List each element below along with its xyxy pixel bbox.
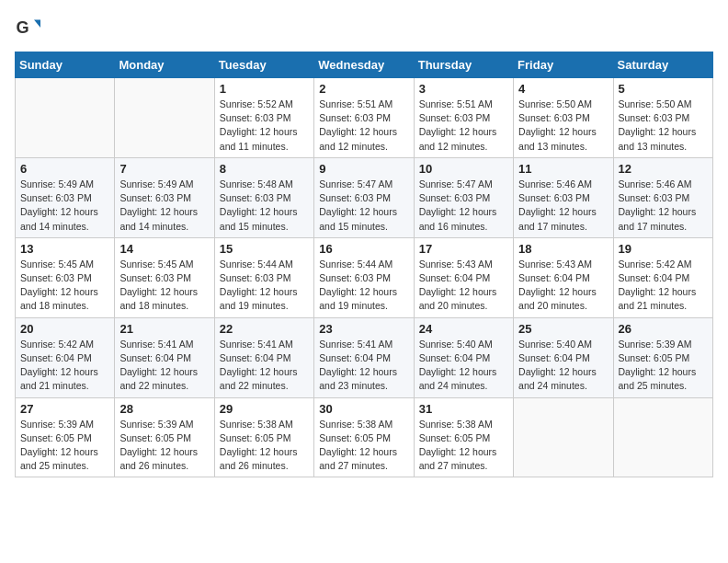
calendar-cell: 1Sunrise: 5:52 AM Sunset: 6:03 PM Daylig… <box>214 78 313 158</box>
logo: G <box>15 15 44 40</box>
day-detail: Sunrise: 5:51 AM Sunset: 6:03 PM Dayligh… <box>419 98 508 154</box>
day-detail: Sunrise: 5:38 AM Sunset: 6:05 PM Dayligh… <box>319 418 408 474</box>
calendar-cell: 9Sunrise: 5:47 AM Sunset: 6:03 PM Daylig… <box>314 157 414 237</box>
day-detail: Sunrise: 5:46 AM Sunset: 6:03 PM Dayligh… <box>619 178 708 234</box>
day-detail: Sunrise: 5:42 AM Sunset: 6:04 PM Dayligh… <box>619 258 708 314</box>
day-number: 17 <box>419 242 508 256</box>
calendar-cell: 5Sunrise: 5:50 AM Sunset: 6:03 PM Daylig… <box>613 78 712 158</box>
day-detail: Sunrise: 5:47 AM Sunset: 6:03 PM Dayligh… <box>319 178 408 234</box>
day-number: 31 <box>419 402 508 416</box>
calendar-table: SundayMondayTuesdayWednesdayThursdayFrid… <box>15 52 713 477</box>
day-number: 6 <box>20 162 109 176</box>
calendar-cell: 23Sunrise: 5:41 AM Sunset: 6:04 PM Dayli… <box>314 317 414 397</box>
calendar-cell: 12Sunrise: 5:46 AM Sunset: 6:03 PM Dayli… <box>613 157 712 237</box>
calendar-week-row: 13Sunrise: 5:45 AM Sunset: 6:03 PM Dayli… <box>16 237 713 317</box>
calendar-cell: 21Sunrise: 5:41 AM Sunset: 6:04 PM Dayli… <box>115 317 214 397</box>
day-detail: Sunrise: 5:39 AM Sunset: 6:05 PM Dayligh… <box>119 418 209 474</box>
calendar-week-row: 1Sunrise: 5:52 AM Sunset: 6:03 PM Daylig… <box>16 78 713 158</box>
day-number: 21 <box>119 322 209 336</box>
day-detail: Sunrise: 5:40 AM Sunset: 6:04 PM Dayligh… <box>518 338 608 394</box>
calendar-cell: 7Sunrise: 5:49 AM Sunset: 6:03 PM Daylig… <box>115 157 214 237</box>
day-number: 19 <box>619 242 708 256</box>
day-number: 22 <box>220 322 309 336</box>
weekday-header-sunday: Sunday <box>16 52 115 78</box>
day-number: 3 <box>419 82 508 96</box>
day-number: 29 <box>220 402 309 416</box>
day-number: 25 <box>518 322 608 336</box>
day-detail: Sunrise: 5:45 AM Sunset: 6:03 PM Dayligh… <box>20 258 109 314</box>
calendar-cell: 22Sunrise: 5:41 AM Sunset: 6:04 PM Dayli… <box>214 317 313 397</box>
calendar-cell: 13Sunrise: 5:45 AM Sunset: 6:03 PM Dayli… <box>16 237 115 317</box>
calendar-cell: 26Sunrise: 5:39 AM Sunset: 6:05 PM Dayli… <box>613 317 712 397</box>
day-number: 8 <box>220 162 309 176</box>
day-number: 9 <box>319 162 408 176</box>
weekday-header-tuesday: Tuesday <box>214 52 313 78</box>
day-number: 14 <box>119 242 209 256</box>
day-detail: Sunrise: 5:38 AM Sunset: 6:05 PM Dayligh… <box>220 418 309 474</box>
day-number: 2 <box>319 82 408 96</box>
day-detail: Sunrise: 5:41 AM Sunset: 6:04 PM Dayligh… <box>319 338 408 394</box>
calendar-cell <box>16 78 115 158</box>
day-detail: Sunrise: 5:38 AM Sunset: 6:05 PM Dayligh… <box>419 418 508 474</box>
calendar-cell: 15Sunrise: 5:44 AM Sunset: 6:03 PM Dayli… <box>214 237 313 317</box>
calendar-cell: 20Sunrise: 5:42 AM Sunset: 6:04 PM Dayli… <box>16 317 115 397</box>
day-detail: Sunrise: 5:45 AM Sunset: 6:03 PM Dayligh… <box>119 258 209 314</box>
day-detail: Sunrise: 5:43 AM Sunset: 6:04 PM Dayligh… <box>419 258 508 314</box>
calendar-week-row: 20Sunrise: 5:42 AM Sunset: 6:04 PM Dayli… <box>16 317 713 397</box>
svg-marker-1 <box>34 20 40 28</box>
day-number: 4 <box>518 82 608 96</box>
calendar-cell: 3Sunrise: 5:51 AM Sunset: 6:03 PM Daylig… <box>414 78 513 158</box>
day-number: 10 <box>419 162 508 176</box>
calendar-cell: 4Sunrise: 5:50 AM Sunset: 6:03 PM Daylig… <box>514 78 613 158</box>
day-number: 30 <box>319 402 408 416</box>
day-number: 18 <box>518 242 608 256</box>
calendar-cell: 27Sunrise: 5:39 AM Sunset: 6:05 PM Dayli… <box>16 397 115 477</box>
calendar-cell: 16Sunrise: 5:44 AM Sunset: 6:03 PM Dayli… <box>314 237 414 317</box>
day-detail: Sunrise: 5:42 AM Sunset: 6:04 PM Dayligh… <box>20 338 109 394</box>
calendar-cell: 30Sunrise: 5:38 AM Sunset: 6:05 PM Dayli… <box>314 397 414 477</box>
day-detail: Sunrise: 5:47 AM Sunset: 6:03 PM Dayligh… <box>419 178 508 234</box>
calendar-cell: 25Sunrise: 5:40 AM Sunset: 6:04 PM Dayli… <box>514 317 613 397</box>
day-detail: Sunrise: 5:50 AM Sunset: 6:03 PM Dayligh… <box>619 98 708 154</box>
calendar-cell: 2Sunrise: 5:51 AM Sunset: 6:03 PM Daylig… <box>314 78 414 158</box>
day-detail: Sunrise: 5:41 AM Sunset: 6:04 PM Dayligh… <box>119 338 209 394</box>
day-detail: Sunrise: 5:43 AM Sunset: 6:04 PM Dayligh… <box>518 258 608 314</box>
calendar-week-row: 27Sunrise: 5:39 AM Sunset: 6:05 PM Dayli… <box>16 397 713 477</box>
calendar-cell: 6Sunrise: 5:49 AM Sunset: 6:03 PM Daylig… <box>16 157 115 237</box>
page-header: G <box>15 15 713 40</box>
day-detail: Sunrise: 5:40 AM Sunset: 6:04 PM Dayligh… <box>419 338 508 394</box>
day-number: 1 <box>220 82 309 96</box>
day-detail: Sunrise: 5:39 AM Sunset: 6:05 PM Dayligh… <box>619 338 708 394</box>
calendar-cell: 28Sunrise: 5:39 AM Sunset: 6:05 PM Dayli… <box>115 397 214 477</box>
calendar-week-row: 6Sunrise: 5:49 AM Sunset: 6:03 PM Daylig… <box>16 157 713 237</box>
weekday-header-monday: Monday <box>115 52 214 78</box>
weekday-header-wednesday: Wednesday <box>314 52 414 78</box>
day-number: 15 <box>220 242 309 256</box>
calendar-cell: 19Sunrise: 5:42 AM Sunset: 6:04 PM Dayli… <box>613 237 712 317</box>
day-detail: Sunrise: 5:50 AM Sunset: 6:03 PM Dayligh… <box>518 98 608 154</box>
day-number: 20 <box>20 322 109 336</box>
weekday-header-thursday: Thursday <box>414 52 513 78</box>
calendar-cell: 31Sunrise: 5:38 AM Sunset: 6:05 PM Dayli… <box>414 397 513 477</box>
weekday-header-saturday: Saturday <box>613 52 712 78</box>
day-number: 11 <box>518 162 608 176</box>
weekday-header-friday: Friday <box>514 52 613 78</box>
calendar-cell <box>613 397 712 477</box>
calendar-cell <box>115 78 214 158</box>
day-number: 16 <box>319 242 408 256</box>
day-detail: Sunrise: 5:44 AM Sunset: 6:03 PM Dayligh… <box>220 258 309 314</box>
calendar-cell: 14Sunrise: 5:45 AM Sunset: 6:03 PM Dayli… <box>115 237 214 317</box>
day-number: 23 <box>319 322 408 336</box>
day-detail: Sunrise: 5:49 AM Sunset: 6:03 PM Dayligh… <box>20 178 109 234</box>
day-number: 7 <box>119 162 209 176</box>
day-detail: Sunrise: 5:51 AM Sunset: 6:03 PM Dayligh… <box>319 98 408 154</box>
day-detail: Sunrise: 5:44 AM Sunset: 6:03 PM Dayligh… <box>319 258 408 314</box>
day-detail: Sunrise: 5:48 AM Sunset: 6:03 PM Dayligh… <box>220 178 309 234</box>
day-detail: Sunrise: 5:46 AM Sunset: 6:03 PM Dayligh… <box>518 178 608 234</box>
calendar-cell: 18Sunrise: 5:43 AM Sunset: 6:04 PM Dayli… <box>514 237 613 317</box>
calendar-cell <box>514 397 613 477</box>
day-number: 13 <box>20 242 109 256</box>
calendar-cell: 11Sunrise: 5:46 AM Sunset: 6:03 PM Dayli… <box>514 157 613 237</box>
calendar-cell: 10Sunrise: 5:47 AM Sunset: 6:03 PM Dayli… <box>414 157 513 237</box>
day-number: 27 <box>20 402 109 416</box>
